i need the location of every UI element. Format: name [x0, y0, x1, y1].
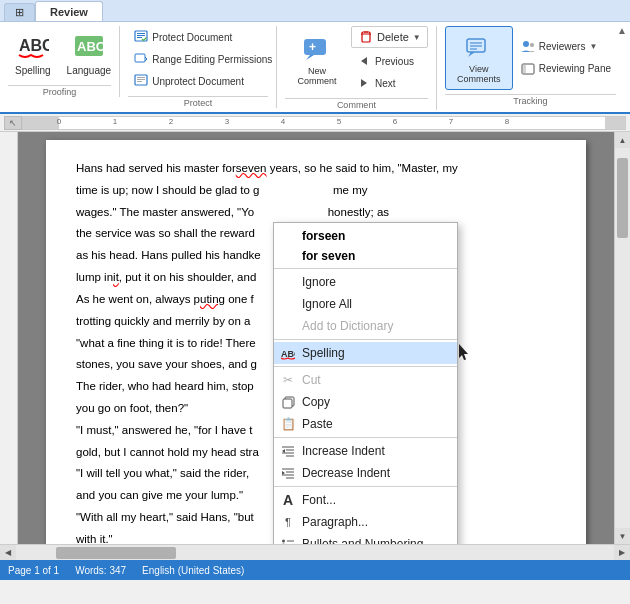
new-comment-icon: + — [301, 33, 333, 65]
delete-icon — [358, 29, 374, 45]
protect-buttons: Protect Document Range Editing Permissio… — [128, 26, 277, 92]
ctx-ignore[interactable]: Ignore — [274, 271, 457, 293]
page-number: Page 1 of 1 — [8, 565, 59, 576]
previous-icon — [356, 53, 372, 69]
svg-marker-19 — [361, 79, 367, 87]
tab-home[interactable]: ⊞ — [4, 3, 35, 21]
doc-line-2: time is up; now I should be glad to g me… — [76, 182, 556, 200]
hscroll-track[interactable] — [16, 545, 614, 560]
ctx-font[interactable]: A Font... — [274, 489, 457, 511]
new-comment-button[interactable]: + New Comment — [285, 28, 349, 92]
delete-dropdown-arrow: ▼ — [413, 33, 421, 42]
svg-marker-30 — [459, 344, 468, 360]
ruler-bar: 0 1 2 3 4 5 6 7 8 — [22, 116, 626, 130]
reviewers-button[interactable]: Reviewers ▼ — [515, 36, 616, 58]
svg-text:+: + — [309, 40, 316, 54]
spelling-button[interactable]: ABC Spelling — [8, 26, 58, 81]
svg-text:ABC: ABC — [19, 37, 49, 54]
svg-marker-42 — [282, 471, 285, 475]
document-area[interactable]: Hans had served his master forseven year… — [18, 132, 614, 544]
next-icon — [356, 75, 372, 91]
context-menu: forseen for seven Ignore Ignore All Add … — [273, 222, 458, 544]
scroll-down-button[interactable]: ▼ — [615, 528, 631, 544]
spelling-suggestion-2[interactable]: for seven — [274, 246, 457, 266]
scroll-up-button[interactable]: ▲ — [615, 132, 631, 148]
ctx-increase-indent[interactable]: Increase Indent — [274, 440, 457, 462]
scroll-track[interactable] — [615, 148, 630, 528]
range-editing-button[interactable]: Range Editing Permissions — [128, 48, 277, 70]
language-button[interactable]: ABC Language — [60, 26, 119, 81]
ctx-add-to-dictionary[interactable]: Add to Dictionary — [274, 315, 457, 337]
ribbon-group-tracking: View Comments Reviewers — [437, 26, 624, 106]
ctx-spelling[interactable]: ABC Spelling — [274, 342, 457, 364]
ribbon: ABC Spelling ABC Language — [0, 22, 630, 114]
ruler-corner[interactable]: ↖ — [9, 118, 17, 128]
view-comments-button[interactable]: View Comments — [445, 26, 513, 90]
svg-rect-4 — [137, 33, 145, 34]
ctx-sep-2 — [274, 339, 457, 340]
ribbon-group-proofing: ABC Spelling ABC Language — [6, 26, 120, 97]
status-bar: Page 1 of 1 Words: 347 English (United S… — [0, 560, 630, 580]
comment-nav: Delete ▼ Previous Next — [351, 26, 428, 94]
ctx-cut[interactable]: ✂ Cut — [274, 369, 457, 391]
cut-icon: ✂ — [280, 372, 296, 388]
font-icon: A — [280, 492, 296, 508]
language-status: English (United States) — [142, 565, 244, 576]
paste-icon: 📋 — [280, 416, 296, 432]
scroll-right-button[interactable]: ▶ — [614, 545, 630, 561]
doc-line-1: Hans had served his master forseven year… — [76, 160, 556, 178]
vertical-scrollbar[interactable]: ▲ ▼ — [614, 132, 630, 544]
hscroll-thumb[interactable] — [56, 547, 176, 559]
bullets-icon — [280, 536, 296, 544]
protect-doc-button[interactable]: Protect Document — [128, 26, 277, 48]
ctx-ignore-all[interactable]: Ignore All — [274, 293, 457, 315]
ribbon-collapse-button[interactable]: ▲ — [614, 22, 630, 38]
view-comments-icon — [463, 31, 495, 63]
tab-bar: ⊞ Review — [0, 0, 630, 22]
ctx-sep-5 — [274, 486, 457, 487]
proofing-label: Proofing — [8, 85, 111, 97]
comment-label: Comment — [285, 98, 428, 110]
next-comment-button[interactable]: Next — [351, 72, 428, 94]
svg-marker-13 — [306, 55, 314, 60]
ctx-bullets[interactable]: Bullets and Numbering... — [274, 533, 457, 544]
ctx-paste[interactable]: 📋 Paste — [274, 413, 457, 435]
ruler: ↖ 0 1 2 3 4 5 6 7 8 — [0, 114, 630, 132]
copy-icon — [280, 394, 296, 410]
paragraph-icon: ¶ — [280, 514, 296, 530]
reviewers-icon — [520, 39, 536, 55]
svg-rect-32 — [283, 399, 292, 408]
reviewing-pane-icon — [520, 61, 536, 77]
horizontal-scrollbar[interactable]: ◀ ▶ — [0, 544, 630, 560]
ctx-decrease-indent[interactable]: Decrease Indent — [274, 462, 457, 484]
ctx-paragraph[interactable]: ¶ Paragraph... — [274, 511, 457, 533]
svg-rect-5 — [137, 35, 145, 36]
decrease-indent-icon — [280, 465, 296, 481]
unprotect-icon — [133, 73, 149, 89]
content-area: Hans had served his master forseven year… — [0, 132, 630, 544]
delete-comment-button[interactable]: Delete ▼ — [351, 26, 428, 48]
language-icon: ABC — [73, 31, 105, 63]
svg-point-26 — [530, 43, 534, 47]
spelling-suggestion-1[interactable]: forseen — [274, 226, 457, 246]
ctx-copy[interactable]: Copy — [274, 391, 457, 413]
reviewing-pane-button[interactable]: Reviewing Pane — [515, 58, 616, 80]
svg-marker-37 — [282, 449, 285, 453]
ctx-sep-4 — [274, 437, 457, 438]
ctx-sep-3 — [274, 366, 457, 367]
tracking-label: Tracking — [445, 94, 616, 106]
svg-rect-11 — [137, 81, 142, 82]
unprotect-button[interactable]: Unprotect Document — [128, 70, 277, 92]
word-count: Words: 347 — [75, 565, 126, 576]
scroll-left-button[interactable]: ◀ — [0, 545, 16, 561]
reviewers-dropdown: ▼ — [589, 42, 597, 51]
svg-rect-9 — [137, 77, 145, 78]
previous-comment-button[interactable]: Previous — [351, 50, 428, 72]
scroll-thumb[interactable] — [617, 158, 628, 238]
svg-point-43 — [282, 539, 285, 542]
spelling-icon: ABC — [17, 31, 49, 63]
left-ruler — [0, 132, 18, 544]
spelling-menu-icon: ABC — [280, 345, 296, 361]
svg-point-25 — [523, 41, 529, 47]
tab-review[interactable]: Review — [35, 1, 103, 21]
